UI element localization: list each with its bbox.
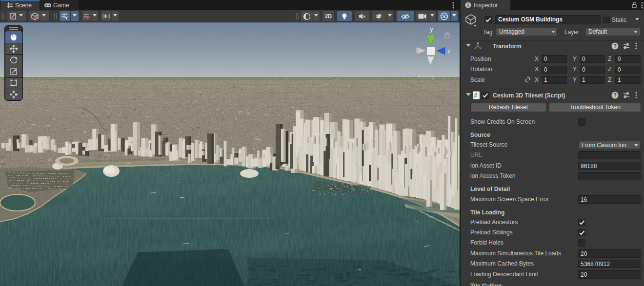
svg-text:y: y	[430, 25, 433, 33]
svg-text:z: z	[447, 47, 451, 55]
svg-text:?: ?	[614, 43, 617, 49]
svg-text:#: #	[474, 92, 477, 99]
svg-text:Y: Y	[65, 16, 68, 20]
svg-text:?: ?	[614, 92, 617, 98]
svg-text:Persp: Persp	[422, 74, 435, 79]
